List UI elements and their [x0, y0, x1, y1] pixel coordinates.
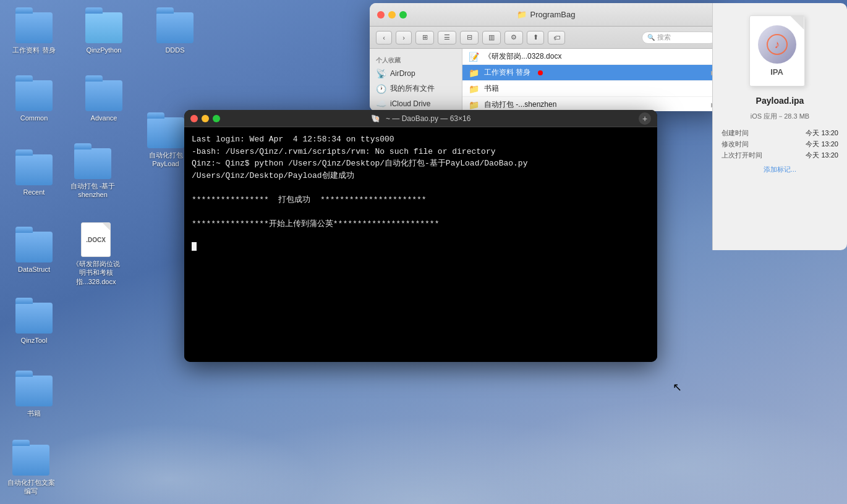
icon-label: Common — [20, 114, 48, 122]
folder-icon — [74, 148, 111, 179]
folder-icon — [15, 232, 53, 262]
finder-search[interactable]: 🔍 搜索 — [642, 32, 716, 44]
terminal-close-btn[interactable] — [190, 115, 198, 122]
file-row-docx[interactable]: 📝 《研发部岗...0328.docx — [462, 49, 722, 65]
terminal-line-6: ****************开始上传到蒲公英****************… — [192, 218, 650, 230]
back-button[interactable]: ‹ — [376, 31, 392, 44]
desktop-icon-advance[interactable]: Advance — [79, 80, 129, 122]
desktop-icon-autopack-payload[interactable]: 自动化打包 PayLoad — [141, 117, 190, 169]
forward-button[interactable]: › — [396, 31, 412, 44]
icon-label: Advance — [91, 114, 117, 122]
folder-icon — [156, 12, 194, 43]
folder-icon — [15, 376, 53, 406]
ipa-music-circle: ♪ — [758, 25, 796, 64]
icon-label: 自动化打包 PayLoad — [141, 151, 190, 169]
desktop-icon-books[interactable]: 书籍 — [9, 376, 59, 418]
modified-label: 修改时间 — [721, 140, 749, 149]
icon-label: 《研发部岗位说明书和考核指...328.docx — [71, 259, 121, 286]
info-lastopened-row: 上次打开时间 今天 13:20 — [721, 151, 838, 160]
info-created-row: 创建时间 今天 13:20 — [721, 128, 838, 138]
desktop-icon-qinzpython[interactable]: QinzPython — [79, 12, 129, 54]
music-note-icon: ♪ — [766, 33, 788, 56]
terminal-line-5: **************** 打包成功 ******************… — [192, 194, 650, 206]
view-icon-btn[interactable]: ⊞ — [415, 31, 434, 44]
icon-label: 自动打包 -基于shenzhen — [68, 182, 117, 200]
sidebar-item-airdrop[interactable]: 📡 AirDrop — [370, 66, 462, 81]
finder-title-icon: 📁 — [517, 10, 527, 19]
icon-label: 工作资料 替身 — [12, 46, 55, 54]
finder-sidebar: 个人收藏 📡 AirDrop 🕐 我的所有文件 ☁️ iCloud Drive … — [370, 49, 462, 111]
tag-btn[interactable]: 🏷 — [548, 31, 565, 44]
created-value: 今天 13:20 — [806, 128, 838, 138]
file-name: 书籍 — [484, 83, 499, 94]
folder-icon — [147, 117, 184, 148]
file-row-work[interactable]: 📁 工作资料 替身 ▶ — [462, 65, 722, 81]
desktop-icon-autobuild[interactable]: 自动打包 -基于shenzhen — [68, 148, 117, 200]
ipa-type-label: IPA — [770, 67, 783, 77]
ipa-filename: Payload.ipa — [756, 96, 804, 106]
add-tag-button[interactable]: 添加标记... — [764, 165, 796, 174]
desktop-icon-qinztool[interactable]: QinzTool — [9, 303, 59, 345]
terminal-title-text: ~ — DaoBao.py — 63×16 — [386, 114, 470, 123]
window-buttons — [377, 11, 407, 19]
info-modified-row: 修改时间 今天 13:20 — [721, 140, 838, 149]
mouse-cursor: ↖ — [673, 380, 682, 394]
airdrop-icon: 📡 — [376, 69, 386, 78]
finder-body: 个人收藏 📡 AirDrop 🕐 我的所有文件 ☁️ iCloud Drive … — [370, 49, 722, 111]
desktop-icon-common[interactable]: Common — [9, 80, 59, 122]
sidebar-item-icloud[interactable]: ☁️ iCloud Drive — [370, 96, 462, 111]
file-row-autobuild-sz[interactable]: 📁 自动打包 -...shenzhen ▶ — [462, 97, 722, 111]
view-col-btn[interactable]: ⊟ — [460, 31, 479, 44]
terminal-max-btn[interactable] — [213, 115, 220, 122]
file-icon-work: 📁 — [469, 68, 479, 78]
ipa-fold-corner — [791, 16, 804, 30]
docx-file-icon: .DOCX — [81, 222, 111, 257]
terminal-line-2: -bash: /Users/Qinz/.rvmi/scripts/rvm: No… — [192, 146, 650, 158]
terminal-line-3: Qinz:~ Qinz$ python /Users/Qinz/Desktop/… — [192, 158, 650, 170]
desktop-icon-docx[interactable]: .DOCX 《研发部岗位说明书和考核指...328.docx — [68, 222, 124, 286]
folder-icon — [15, 154, 53, 185]
desktop-icon-datastruct[interactable]: DataStruct — [9, 232, 59, 274]
finder-title: 📁 ProgramBag — [517, 10, 576, 19]
terminal-cursor — [192, 242, 197, 251]
terminal-window: 🐚 ~ — DaoBao.py — 63×16 + Last login: We… — [184, 110, 657, 362]
icloud-icon: ☁️ — [376, 99, 386, 109]
sidebar-item-all-files[interactable]: 🕐 我的所有文件 — [370, 81, 462, 96]
modified-value: 今天 13:20 — [806, 140, 838, 149]
desktop-icon-recent[interactable]: Recent — [9, 154, 59, 196]
sidebar-label-icloud: iCloud Drive — [390, 99, 430, 108]
terminal-new-tab-btn[interactable]: + — [639, 112, 651, 125]
desktop-icon-work-folder[interactable]: 工作资料 替身 — [9, 12, 59, 54]
window-maximize-button[interactable] — [399, 11, 407, 19]
action-btn[interactable]: ⚙ — [504, 31, 523, 44]
file-icon-docx: 📝 — [469, 52, 479, 62]
finder-content: 📝 《研发部岗...0328.docx 📁 工作资料 替身 ▶ 📁 书籍 📁 自… — [462, 49, 722, 111]
terminal-title: 🐚 ~ — DaoBao.py — 63×16 — [371, 114, 471, 123]
search-placeholder: 搜索 — [657, 33, 671, 42]
share-btn[interactable]: ⬆ — [527, 31, 544, 44]
view-list-btn[interactable]: ☰ — [438, 31, 456, 44]
terminal-window-buttons — [190, 115, 220, 122]
terminal-cursor-line — [192, 242, 650, 251]
desktop: 工作资料 替身 QinzPython DDDS Common Advance R… — [0, 0, 847, 504]
view-cover-btn[interactable]: ▥ — [482, 31, 501, 44]
finder-titlebar: 📁 ProgramBag — [370, 3, 722, 27]
icon-label: QinzPython — [87, 46, 122, 54]
ipa-type-detail: iOS 应用－28.3 MB — [721, 112, 838, 121]
terminal-line-1: Last login: Wed Apr 4 12:58:34 on ttys00… — [192, 133, 650, 146]
icon-label: DataStruct — [18, 265, 50, 274]
terminal-title-icon: 🐚 — [371, 114, 380, 123]
file-name: 自动打包 -...shenzhen — [484, 99, 556, 110]
window-close-button[interactable] — [377, 11, 385, 19]
file-icon-autobuild-sz: 📁 — [469, 100, 479, 110]
icon-label: Recent — [23, 188, 45, 196]
desktop-icon-autopack-write[interactable]: 自动化打包文案编写 — [3, 445, 59, 496]
terminal-min-btn[interactable] — [202, 115, 209, 122]
window-minimize-button[interactable] — [388, 11, 396, 19]
file-row-books[interactable]: 📁 书籍 — [462, 81, 722, 97]
desktop-icon-ddds[interactable]: DDDS — [150, 12, 200, 54]
terminal-body[interactable]: Last login: Wed Apr 4 12:58:34 on ttys00… — [184, 127, 657, 362]
sidebar-label-all-files: 我的所有文件 — [390, 83, 435, 94]
lastopened-value: 今天 13:20 — [806, 151, 838, 160]
ipa-file-bg: ♪ IPA — [749, 15, 805, 86]
